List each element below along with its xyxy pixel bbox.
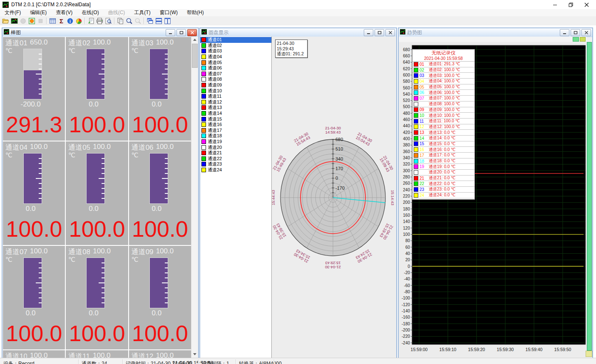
tile-vertical-icon[interactable] [163, 17, 172, 25]
scrollbar-thumb[interactable] [573, 37, 579, 42]
bar-window-titlebar[interactable]: 棒图 [2, 28, 198, 37]
toolbar-separator [144, 17, 144, 24]
channel-list-item[interactable]: 通道05 [200, 59, 271, 65]
menu-item[interactable]: 文件(F) [0, 9, 25, 16]
minimize-icon[interactable] [166, 29, 175, 36]
channel-list-item[interactable]: 通道09 [200, 82, 271, 88]
minimize-icon[interactable] [364, 29, 373, 36]
gauge-tick [165, 94, 168, 94]
trend-window-titlebar[interactable]: 趋势图 [399, 28, 592, 37]
menu-item: 曲线(C) [104, 9, 130, 16]
dial-window-titlebar[interactable]: 圆盘显示 [200, 28, 396, 37]
record-icon[interactable] [27, 17, 36, 25]
pie-chart-icon[interactable] [74, 17, 83, 25]
channel-list-item[interactable]: 通道24 [200, 167, 271, 173]
scrollbar-corner [586, 351, 592, 357]
gauge-tick [165, 292, 168, 293]
realtime-chart-icon[interactable] [10, 17, 19, 25]
channel-list-item[interactable]: 通道17 [200, 128, 271, 134]
legend-row: 19通道19: 0.0 ℃ [412, 164, 474, 170]
legend-channel-value: 通道24: 0.0 ℃ [429, 192, 456, 198]
menu-item[interactable]: 帮助(H) [182, 9, 209, 16]
gauge-tick [165, 64, 168, 64]
svg-text:15:59:30: 15:59:30 [497, 347, 514, 352]
maximize-icon[interactable] [571, 29, 580, 36]
channel-color-swatch [414, 187, 418, 192]
gauge-bar [86, 258, 105, 308]
sum-icon[interactable]: Σ [57, 17, 66, 25]
menu-item[interactable]: 在线(O) [77, 9, 103, 16]
trend-horizontal-scrollbar[interactable] [399, 37, 586, 42]
legend-row: 02通道02: 100.0 ℃ [412, 67, 474, 73]
zoom-in-icon[interactable] [125, 17, 134, 25]
scroll-down-icon[interactable] [191, 351, 198, 358]
channel-list-item[interactable]: 通道23 [200, 161, 271, 167]
channel-list-item[interactable]: 通道11 [200, 94, 271, 99]
maximize-icon[interactable] [176, 29, 186, 36]
channel-list-item[interactable]: 通道12 [200, 99, 271, 105]
cascade-windows-icon[interactable] [146, 17, 154, 25]
channel-list-item[interactable]: 通道08 [200, 77, 271, 82]
channel-list-item[interactable]: 通道03 [200, 48, 271, 54]
channel-list-item[interactable]: 通道18 [200, 133, 271, 139]
print-icon[interactable] [95, 17, 104, 25]
minimize-icon[interactable] [560, 29, 569, 36]
scrollbar-thumb[interactable] [587, 42, 592, 351]
svg-text:21-04-3015:29:43: 21-04-3015:29:43 [325, 261, 341, 270]
svg-text:380: 380 [403, 143, 410, 147]
channel-list-item[interactable]: 通道14 [200, 111, 271, 116]
gauge-channel-name: 通道06 [132, 143, 153, 152]
print-preview-icon[interactable] [104, 17, 113, 25]
menu-item[interactable]: 编辑(E) [25, 9, 51, 16]
menu-item[interactable]: 窗口(W) [155, 9, 182, 16]
svg-text:420: 420 [403, 130, 410, 135]
close-icon[interactable] [581, 29, 591, 36]
scrollbar-thumb[interactable] [192, 44, 198, 68]
channel-list-item[interactable]: 通道21 [200, 150, 271, 156]
channel-list-item[interactable]: 通道02 [200, 43, 271, 49]
info-icon[interactable]: i [66, 17, 74, 25]
legend-channel-value: 通道03: 100.0 ℃ [429, 73, 460, 79]
gauge-current-value: 100.0 [66, 322, 128, 344]
channel-list-item[interactable]: 通道01 [200, 37, 271, 43]
svg-text:-160: -160 [402, 315, 410, 319]
channel-list-item[interactable]: 通道19 [200, 139, 271, 145]
channel-gauge: 通道08100.0℃0.0100.0 [66, 246, 128, 349]
channel-list-item[interactable]: 通道10 [200, 88, 271, 94]
svg-text:-20: -20 [404, 270, 410, 275]
channel-color-swatch [201, 37, 206, 42]
copy-icon[interactable] [116, 17, 125, 25]
minimize-icon[interactable] [547, 0, 563, 9]
gauge-tick [165, 188, 168, 189]
legend-channel-value: 通道11: 100.0 ℃ [429, 118, 460, 124]
menu-item[interactable]: 工具(T) [129, 9, 155, 16]
channel-list-item[interactable]: 通道13 [200, 105, 271, 111]
tile-horizontal-icon[interactable] [154, 17, 163, 25]
channel-list-item[interactable]: 通道15 [200, 116, 271, 122]
open-folder-icon[interactable] [1, 17, 10, 25]
gauge-min-value: 0.0 [66, 309, 121, 317]
restore-icon[interactable] [563, 0, 579, 9]
data-table-icon[interactable] [48, 17, 57, 25]
channel-list-item[interactable]: 通道07 [200, 71, 271, 77]
channel-list-item[interactable]: 通道20 [200, 144, 271, 150]
channel-gauge: 通道05100.0℃0.0100.0 [66, 141, 128, 245]
scrollbar-arrow[interactable] [580, 37, 586, 42]
bar-window-scrollbar[interactable] [191, 37, 198, 358]
gauge-tick [165, 262, 168, 263]
channel-list-item[interactable]: 通道06 [200, 65, 271, 71]
svg-text:15:59:50: 15:59:50 [554, 347, 571, 352]
channel-list-item[interactable]: 通道16 [200, 122, 271, 128]
close-icon[interactable] [385, 29, 395, 36]
channel-list-item[interactable]: 通道04 [200, 54, 271, 60]
channel-list-item[interactable]: 通道22 [200, 156, 271, 161]
trend-vertical-scrollbar[interactable] [586, 42, 592, 351]
close-icon[interactable] [579, 0, 594, 9]
export-icon[interactable] [87, 17, 95, 25]
maximize-icon[interactable] [375, 29, 384, 36]
channel-color-swatch [201, 128, 206, 133]
menu-item[interactable]: 查看(V) [51, 9, 77, 16]
svg-text:400: 400 [403, 136, 410, 141]
status-bar: 设备：Record通道数：24记录时间：21-04-30 14:51:0021-… [0, 358, 596, 364]
close-icon[interactable] [187, 29, 197, 36]
